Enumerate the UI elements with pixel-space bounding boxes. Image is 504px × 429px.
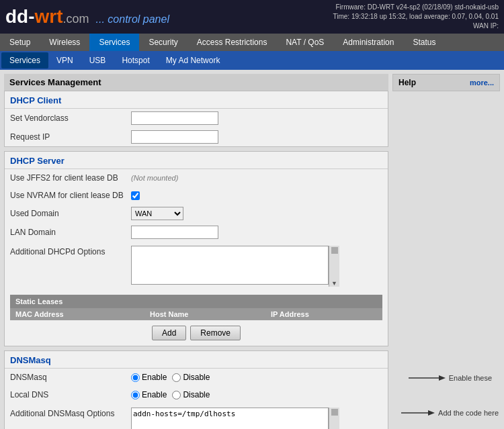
local-dns-disable-label[interactable]: Disable	[172, 390, 210, 399]
local-dns-label: Local DNS	[10, 390, 131, 399]
vendorclass-input[interactable]	[131, 111, 218, 125]
used-domain-select[interactable]: WAN LAN WAN+LAN	[131, 207, 183, 220]
nav-services[interactable]: Services	[89, 34, 139, 51]
svg-marker-3	[428, 410, 435, 416]
additional-dnsmasq-textarea[interactable]	[131, 408, 329, 429]
local-dns-disable-text: Disable	[183, 390, 210, 399]
local-dns-enable-label[interactable]: Enable	[131, 390, 167, 399]
dnsmasq-disable-label[interactable]: Disable	[172, 373, 210, 382]
nvram-checkbox[interactable]	[131, 191, 140, 200]
remove-button[interactable]: Remove	[190, 326, 241, 340]
local-dns-row: Local DNS Enable Disable	[5, 386, 388, 403]
request-ip-control	[131, 130, 382, 144]
annotation-enable-arrow	[409, 370, 449, 386]
local-dns-enable-radio[interactable]	[131, 391, 140, 399]
dnsmasq-row: DNSMasq Enable Disable	[5, 369, 388, 386]
local-dns-enable-text: Enable	[142, 390, 167, 399]
nav-setup[interactable]: Setup	[0, 34, 40, 51]
dnsmasq-disable-radio[interactable]	[172, 373, 181, 382]
lan-domain-input[interactable]	[131, 226, 218, 239]
dnsmasq-heading: DNSMasq	[5, 351, 388, 368]
annotation-code-group: Add the code here	[401, 405, 499, 421]
jffs2-value: (Not mounted)	[131, 174, 382, 182]
logo-panel: ... control panel	[96, 13, 169, 26]
dnsmasq-card: DNSMasq DNSMasq Enable Disable	[4, 350, 388, 429]
wan-ip-text: WAN IP:	[333, 21, 499, 31]
local-dns-disable-radio[interactable]	[172, 391, 181, 399]
subnav-my-ad-network[interactable]: My Ad Network	[158, 52, 228, 68]
additional-dnsmasq-control: ▼	[131, 408, 382, 429]
nav-status[interactable]: Status	[403, 34, 445, 51]
subnav-services[interactable]: Services	[1, 52, 48, 68]
dhcp-client-card: DHCP Client Set Vendorclass Request IP	[4, 91, 388, 147]
request-ip-input[interactable]	[131, 130, 218, 144]
time-text: Time: 19:32:18 up 15:32, load average: 0…	[333, 12, 499, 21]
nav-administration[interactable]: Administration	[333, 34, 403, 51]
header: dd-wrt.com ... control panel Firmware: D…	[0, 0, 504, 34]
logo: dd-wrt.com ... control panel	[5, 6, 169, 28]
nav-wireless[interactable]: Wireless	[40, 34, 89, 51]
additional-dhcp-label: Additional DHCPd Options	[10, 246, 131, 256]
help-label: Help	[398, 78, 416, 87]
sub-nav: Services VPN USB Hotspot My Ad Network	[0, 51, 504, 70]
help-box: Help more...	[392, 74, 500, 91]
lan-domain-row: LAN Domain	[5, 223, 388, 242]
help-more-link[interactable]: more...	[470, 79, 494, 87]
local-dns-control: Enable Disable	[131, 390, 382, 399]
help-header: Help more...	[393, 75, 499, 91]
annotation-code-text: Add the code here	[438, 409, 499, 417]
section-title: Services Management	[4, 74, 388, 91]
nav-access-restrictions[interactable]: Access Restrictions	[187, 34, 277, 51]
jffs2-label: Use JFFS2 for client lease DB	[10, 173, 131, 183]
vendorclass-label: Set Vendorclass	[10, 113, 131, 123]
logo-dd: dd-	[5, 6, 35, 28]
static-leases-cols: MAC Address Host Name IP Address	[10, 308, 382, 320]
textarea-scrollbar: ▼	[329, 246, 339, 287]
subnav-usb[interactable]: USB	[81, 52, 114, 68]
col-mac-header: MAC Address	[10, 308, 144, 320]
static-leases-buttons: Add Remove	[5, 320, 388, 346]
nav-nat-qos[interactable]: NAT / QoS	[276, 34, 333, 51]
local-dns-radio-group: Enable Disable	[131, 390, 382, 399]
content-area: Services Management DHCP Client Set Vend…	[0, 70, 504, 429]
dhcp-client-heading: DHCP Client	[5, 91, 388, 108]
dnsmasq-textarea-scrollbar: ▼	[329, 408, 339, 429]
col-host-header: Host Name	[144, 308, 265, 320]
subnav-vpn[interactable]: VPN	[48, 52, 81, 68]
annotation-enable-text: Enable these	[449, 374, 492, 382]
firmware-text: Firmware: DD-WRT v24-sp2 (02/18/09) std-…	[333, 3, 499, 12]
request-ip-label: Request IP	[10, 132, 131, 142]
nvram-label: Use NVRAM for client lease DB	[10, 191, 131, 200]
scrollbar-thumb	[331, 247, 338, 254]
dnsmasq-scrollbar-thumb	[331, 409, 338, 416]
dnsmasq-enable-text: Enable	[142, 373, 167, 382]
svg-marker-1	[439, 375, 446, 381]
vendorclass-control	[131, 111, 382, 125]
add-button[interactable]: Add	[152, 326, 186, 340]
additional-dhcp-textarea[interactable]	[131, 246, 329, 285]
header-info: Firmware: DD-WRT v24-sp2 (02/18/09) std-…	[333, 3, 499, 31]
additional-dhcp-control: ▼	[131, 246, 382, 287]
static-leases-section: Static Leases MAC Address Host Name IP A…	[10, 295, 382, 320]
dnsmasq-enable-radio[interactable]	[131, 373, 140, 382]
main-nav: Setup Wireless Services Security Access …	[0, 34, 504, 51]
main-panel: Services Management DHCP Client Set Vend…	[4, 74, 388, 429]
jffs2-row: Use JFFS2 for client lease DB (Not mount…	[5, 169, 388, 187]
request-ip-row: Request IP	[5, 128, 388, 146]
dnsmasq-radio-group: Enable Disable	[131, 373, 382, 382]
dnsmasq-enable-label[interactable]: Enable	[131, 373, 167, 382]
dhcp-server-card: DHCP Server Use JFFS2 for client lease D…	[4, 151, 388, 346]
additional-dnsmasq-row: Additional DNSMasq Options ▼	[5, 403, 388, 429]
subnav-hotspot[interactable]: Hotspot	[114, 52, 157, 68]
dhcp-server-heading: DHCP Server	[5, 152, 388, 169]
logo-com: .com	[63, 12, 89, 26]
col-ip-header: IP Address	[265, 308, 382, 320]
dnsmasq-disable-text: Disable	[183, 373, 210, 382]
dnsmasq-control: Enable Disable	[131, 373, 382, 382]
annotation-code-arrow	[401, 405, 438, 421]
nav-security[interactable]: Security	[139, 34, 187, 51]
logo-wrt: wrt	[35, 6, 63, 28]
vendorclass-row: Set Vendorclass	[5, 109, 388, 128]
annotation-enable-group: Enable these	[409, 370, 492, 386]
scrollbar-down-arrow: ▼	[329, 280, 339, 287]
